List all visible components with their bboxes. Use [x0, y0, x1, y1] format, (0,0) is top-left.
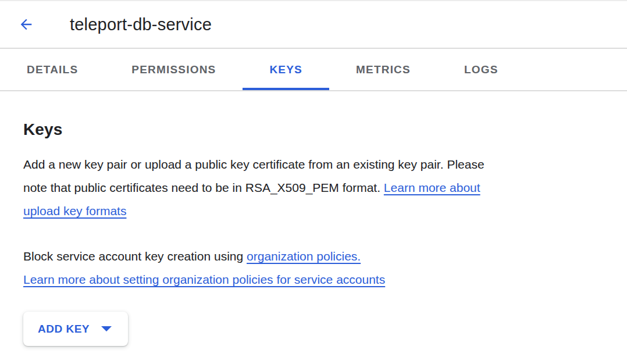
- tab-label: KEYS: [269, 63, 302, 76]
- link-text: Learn more about: [384, 181, 480, 194]
- add-key-button[interactable]: ADD KEY: [23, 312, 128, 346]
- description-line-2: note that public certificates need to be…: [23, 181, 380, 194]
- tab-metrics[interactable]: METRICS: [329, 49, 437, 90]
- organization-policies-link[interactable]: organization policies.: [247, 249, 361, 263]
- page-header: teleport-db-service: [0, 1, 627, 49]
- tab-details[interactable]: DETAILS: [0, 49, 105, 90]
- tab-label: DETAILS: [27, 63, 78, 76]
- note-line-1: Block service account key creation using: [23, 249, 243, 263]
- tab-bar: DETAILS PERMISSIONS KEYS METRICS LOGS: [0, 49, 627, 91]
- description-line-1: Add a new key pair or upload a public ke…: [23, 158, 484, 171]
- arrow-back-icon: [18, 16, 34, 33]
- tab-permissions[interactable]: PERMISSIONS: [105, 49, 243, 90]
- tab-logs[interactable]: LOGS: [437, 49, 525, 90]
- tab-label: METRICS: [356, 63, 411, 76]
- keys-panel: Keys Add a new key pair or upload a publ…: [0, 91, 627, 346]
- org-policies-learn-more-link[interactable]: Learn more about setting organization po…: [23, 273, 385, 286]
- dropdown-caret-icon: [101, 326, 112, 331]
- tab-keys[interactable]: KEYS: [243, 49, 329, 90]
- block-key-creation-note: Block service account key creation using…: [23, 245, 604, 291]
- add-key-label: ADD KEY: [38, 323, 90, 336]
- link-text: upload key formats: [23, 204, 126, 217]
- keys-description: Add a new key pair or upload a public ke…: [23, 153, 604, 223]
- page-title: teleport-db-service: [70, 15, 212, 34]
- tab-label: LOGS: [464, 63, 498, 76]
- tab-label: PERMISSIONS: [131, 63, 216, 76]
- back-button[interactable]: [17, 16, 35, 33]
- section-heading: Keys: [23, 120, 604, 139]
- service-account-keys-page: teleport-db-service DETAILS PERMISSIONS …: [0, 0, 627, 364]
